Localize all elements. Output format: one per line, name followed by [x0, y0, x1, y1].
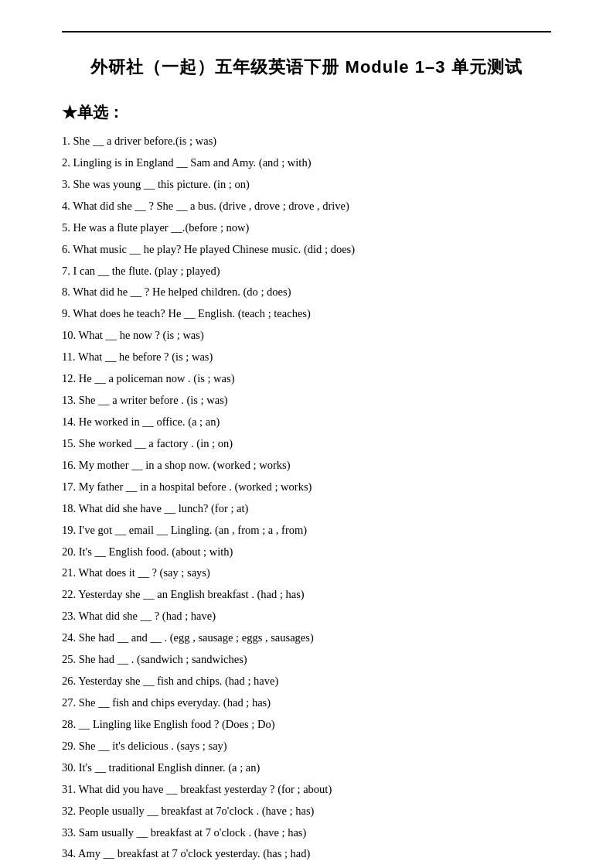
list-item: 17. My father __ in a hospital before . … — [62, 478, 551, 497]
list-item: 20. It's __ English food. (about ; with) — [62, 543, 551, 562]
list-item: 30. It's __ traditional English dinner. … — [62, 759, 551, 777]
top-divider — [62, 31, 551, 32]
list-item: 3. She was young __ this picture. (in ; … — [62, 176, 551, 194]
list-item: 5. He was a flute player __.(before ; no… — [62, 219, 551, 238]
list-item: 9. What does he teach? He __ English. (t… — [62, 305, 551, 323]
list-item: 22. Yesterday she __ an English breakfas… — [62, 586, 551, 604]
list-item: 32. People usually __ breakfast at 7o'cl… — [62, 802, 551, 821]
list-item: 15. She worked __ a factory . (in ; on) — [62, 435, 551, 453]
list-item: 27. She __ fish and chips everyday. (had… — [62, 694, 551, 713]
list-item: 1. She __ a driver before.(is ; was) — [62, 132, 551, 151]
list-item: 4. What did she __ ? She __ a bus. (driv… — [62, 197, 551, 216]
list-item: 28. __ Lingling like English food ? (Doe… — [62, 716, 551, 734]
list-item: 26. Yesterday she __ fish and chips. (ha… — [62, 672, 551, 691]
list-item: 13. She __ a writer before . (is ; was) — [62, 391, 551, 410]
page-title: 外研社（一起）五年级英语下册 Module 1–3 单元测试 — [62, 56, 551, 79]
list-item: 18. What did she have __ lunch? (for ; a… — [62, 500, 551, 518]
list-item: 2. Lingling is in England __ Sam and Amy… — [62, 154, 551, 173]
list-item: 16. My mother __ in a shop now. (worked … — [62, 456, 551, 475]
question-list: 1. She __ a driver before.(is ; was)2. L… — [62, 132, 551, 868]
list-item: 21. What does it __ ? (say ; says) — [62, 564, 551, 583]
list-item: 23. What did she __ ? (had ; have) — [62, 607, 551, 626]
list-item: 7. I can __ the flute. (play ; played) — [62, 262, 551, 281]
list-item: 31. What did you have __ breakfast yeste… — [62, 781, 551, 799]
list-item: 24. She had __ and __ . (egg , sausage ;… — [62, 629, 551, 648]
section-title: ★单选： — [62, 102, 551, 123]
list-item: 10. What __ he now ? (is ; was) — [62, 326, 551, 345]
list-item: 19. I've got __ email __ Lingling. (an ,… — [62, 521, 551, 540]
list-item: 29. She __ it's delicious . (says ; say) — [62, 737, 551, 756]
list-item: 8. What did he __ ? He helped children. … — [62, 283, 551, 302]
list-item: 25. She had __ . (sandwich ; sandwiches) — [62, 651, 551, 669]
list-item: 33. Sam usually __ breakfast at 7 o'cloc… — [62, 824, 551, 842]
list-item: 11. What __ he before ? (is ; was) — [62, 348, 551, 367]
list-item: 12. He __ a policeman now . (is ; was) — [62, 370, 551, 388]
list-item: 6. What music __ he play? He played Chin… — [62, 241, 551, 259]
list-item: 34. Amy __ breakfast at 7 o'clock yester… — [62, 845, 551, 863]
list-item: 14. He worked in __ office. (a ; an) — [62, 413, 551, 432]
